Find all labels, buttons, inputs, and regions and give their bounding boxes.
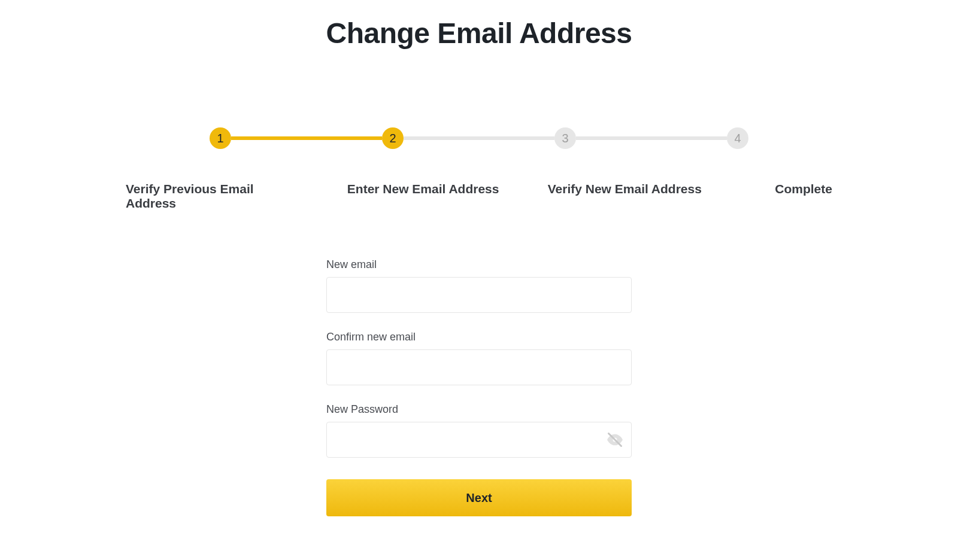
new-password-label: New Password: [326, 403, 632, 416]
new-password-group: New Password: [326, 403, 632, 458]
new-email-input[interactable]: [326, 277, 632, 313]
toggle-password-visibility-icon[interactable]: [607, 431, 623, 448]
step-label-2: Enter New Email Address: [339, 182, 507, 211]
step-circle-3: 3: [554, 127, 576, 149]
step-circle-2: 2: [382, 127, 404, 149]
step-circle-1: 1: [210, 127, 231, 149]
new-email-group: New email: [326, 258, 632, 313]
step-circle-4: 4: [727, 127, 748, 149]
next-button[interactable]: Next: [326, 479, 632, 516]
confirm-email-input[interactable]: [326, 349, 632, 385]
eye-off-icon: [607, 431, 623, 448]
new-password-input[interactable]: [326, 422, 632, 458]
step-line-3-4: [576, 136, 727, 140]
stepper-track: 1 2 3 4: [126, 127, 832, 149]
step-label-4: Complete: [742, 182, 832, 211]
step-line-2-3: [404, 136, 554, 140]
step-line-1-2: [231, 136, 382, 140]
change-email-form: New email Confirm new email New Password: [326, 258, 632, 516]
confirm-email-label: Confirm new email: [326, 331, 632, 343]
progress-stepper: 1 2 3 4 Verify Previous Email Address En…: [126, 127, 832, 211]
step-label-1: Verify Previous Email Address: [126, 182, 305, 211]
step-label-3: Verify New Email Address: [541, 182, 708, 211]
confirm-email-group: Confirm new email: [326, 331, 632, 385]
stepper-labels: Verify Previous Email Address Enter New …: [126, 182, 832, 211]
page-title: Change Email Address: [0, 17, 958, 50]
new-email-label: New email: [326, 258, 632, 271]
